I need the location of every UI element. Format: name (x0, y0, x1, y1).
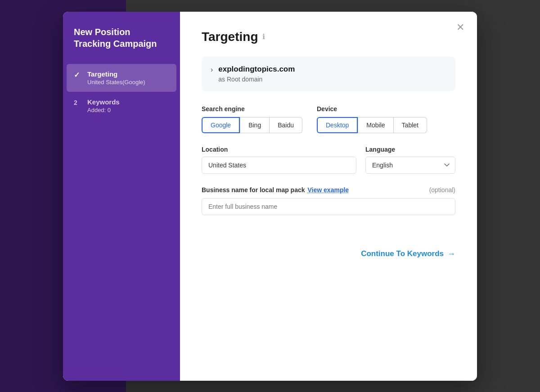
business-name-input[interactable] (202, 198, 455, 215)
business-section: Business name for local map pack View ex… (202, 186, 455, 215)
targeting-modal: New Position Tracking Campaign ✓ Targeti… (63, 12, 477, 381)
continue-row: Continue To Keywords → (202, 228, 455, 262)
location-label: Location (202, 146, 356, 153)
info-icon[interactable]: ℹ (262, 32, 265, 41)
search-engine-bing[interactable]: Bing (240, 117, 270, 133)
search-engine-baidu[interactable]: Baidu (270, 117, 302, 133)
business-label: Business name for local map pack (202, 186, 305, 194)
language-group: Language English Spanish French German C… (365, 146, 455, 174)
modal-sidebar: New Position Tracking Campaign ✓ Targeti… (63, 12, 180, 381)
search-engine-group: Search engine Google Bing Baidu (202, 105, 302, 133)
modal-main: ✕ Targeting ℹ › explodingtopics.com as R… (180, 12, 477, 381)
sidebar-item-keywords[interactable]: 2 Keywords Added: 0 (63, 92, 180, 120)
continue-label: Continue To Keywords (361, 249, 444, 258)
targeting-label: Targeting (87, 70, 145, 78)
title-row: Targeting ℹ (202, 30, 455, 44)
arrow-right-icon: → (447, 249, 455, 259)
domain-name: explodingtopics.com (218, 65, 295, 74)
device-tablet[interactable]: Tablet (394, 117, 427, 133)
device-group: Device Desktop Mobile Tablet (317, 105, 427, 133)
keywords-step-number: 2 (74, 99, 83, 108)
targeting-sublabel: United States(Google) (87, 79, 145, 86)
close-button[interactable]: ✕ (454, 21, 466, 34)
location-group: Location (202, 146, 356, 174)
view-example-link[interactable]: View example (308, 186, 349, 194)
optional-text: (optional) (429, 186, 455, 194)
page-title: Targeting (202, 30, 258, 44)
keywords-sublabel: Added: 0 (87, 107, 120, 113)
device-label: Device (317, 105, 427, 113)
language-select[interactable]: English Spanish French German Chinese (365, 157, 455, 174)
continue-button[interactable]: Continue To Keywords → (361, 246, 455, 262)
device-buttons: Desktop Mobile Tablet (317, 117, 427, 133)
sidebar-item-targeting[interactable]: ✓ Targeting United States(Google) (67, 64, 176, 92)
location-input[interactable] (202, 157, 356, 174)
language-label: Language (365, 146, 455, 153)
domain-chevron-icon[interactable]: › (211, 66, 213, 74)
targeting-check-icon: ✓ (74, 71, 83, 80)
device-desktop[interactable]: Desktop (317, 117, 358, 133)
search-engine-label: Search engine (202, 105, 302, 113)
location-language-row: Location Language English Spanish French… (202, 146, 455, 174)
domain-card: › explodingtopics.com as Root domain (202, 57, 455, 91)
device-mobile[interactable]: Mobile (358, 117, 393, 133)
search-engine-buttons: Google Bing Baidu (202, 117, 302, 133)
engine-device-row: Search engine Google Bing Baidu Device D… (202, 105, 455, 133)
domain-type: as Root domain (218, 76, 295, 83)
search-engine-google[interactable]: Google (202, 117, 240, 133)
campaign-title: New Position Tracking Campaign (63, 26, 180, 64)
keywords-label: Keywords (87, 98, 120, 106)
